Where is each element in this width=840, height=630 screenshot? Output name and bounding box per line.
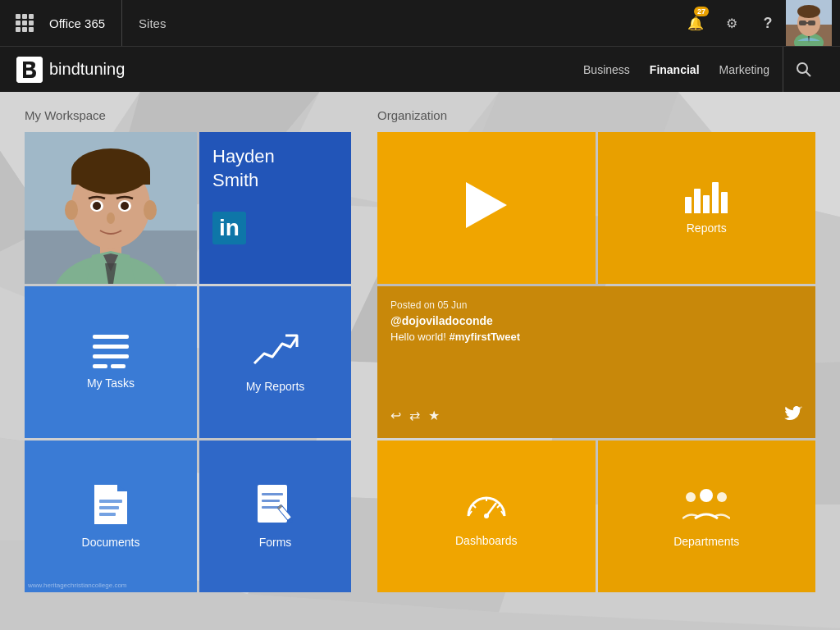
notification-button[interactable]: 🔔 27	[678, 0, 714, 46]
svg-point-70	[717, 492, 727, 502]
svg-rect-56	[262, 500, 280, 502]
favorite-icon[interactable]: ★	[428, 408, 440, 423]
svg-point-41	[65, 200, 78, 220]
reply-icon[interactable]: ↩	[390, 408, 401, 423]
help-button[interactable]: ?	[750, 0, 786, 46]
app-title[interactable]: Office 365	[41, 0, 122, 46]
forms-label: Forms	[259, 536, 292, 549]
user-avatar-top[interactable]	[786, 0, 832, 46]
svg-rect-6	[808, 21, 815, 25]
svg-line-11	[806, 71, 810, 76]
svg-rect-55	[262, 493, 283, 495]
brand-nav: Business Financial Marketing	[583, 63, 769, 76]
svg-point-4	[797, 5, 820, 18]
analytics-tile[interactable]: Reports	[598, 132, 816, 284]
search-button[interactable]	[783, 47, 824, 93]
user-name: HaydenSmith	[212, 145, 275, 192]
svg-point-69	[686, 492, 696, 502]
top-bar: Office 365 Sites 🔔 27 ⚙ ?	[0, 0, 840, 46]
tasks-label: My Tasks	[87, 377, 135, 390]
svg-point-67	[484, 514, 489, 518]
workspace-label: My Workspace	[25, 108, 353, 122]
gear-icon: ⚙	[726, 16, 737, 31]
svg-point-68	[700, 489, 713, 502]
main-content: My Workspace	[0, 92, 840, 630]
nav-marketing[interactable]: Marketing	[719, 63, 769, 76]
dashboards-tile[interactable]: Dashboards	[377, 441, 596, 592]
workspace-grid: HaydenSmith in My Tasks	[25, 132, 353, 592]
nav-financial[interactable]: Financial	[650, 63, 700, 76]
svg-point-10	[797, 63, 807, 73]
bell-icon: 🔔	[687, 16, 704, 31]
grid-menu-button[interactable]	[8, 0, 41, 46]
tweet-date: Posted on 05 Jun	[390, 299, 467, 311]
svg-rect-53	[99, 513, 116, 516]
brand-name: bindtuning	[49, 60, 125, 79]
twitter-icon	[784, 406, 802, 425]
my-reports-label: My Reports	[246, 380, 305, 393]
play-icon	[466, 182, 507, 228]
user-info-tile[interactable]: HaydenSmith in	[199, 132, 351, 284]
svg-line-66	[486, 503, 496, 516]
question-icon: ?	[764, 15, 773, 32]
document-icon	[94, 485, 127, 527]
tasks-icon	[93, 335, 129, 368]
organization-label: Organization	[377, 108, 815, 122]
my-reports-tile[interactable]: My Reports	[199, 286, 351, 438]
departments-label: Departments	[673, 535, 739, 548]
people-icon	[682, 486, 730, 527]
documents-tile[interactable]: Documents www.heritagechristiancollege.c…	[25, 441, 197, 592]
tweet-body: Hello world! #myfirstTweet	[390, 331, 520, 343]
svg-rect-51	[99, 500, 122, 503]
logo-icon	[16, 57, 43, 83]
svg-rect-40	[71, 171, 150, 185]
bar-chart-icon	[685, 182, 728, 213]
departments-tile[interactable]: Departments	[598, 441, 816, 592]
user-photo-tile[interactable]	[25, 132, 197, 284]
documents-label: Documents	[82, 536, 140, 549]
tweet-handle: @dojoviladoconde	[390, 314, 493, 327]
forms-tile[interactable]: Forms	[199, 441, 351, 592]
tweet-actions: ↩ ⇄ ★	[390, 406, 802, 425]
svg-line-65	[497, 504, 500, 508]
organization-column: Organization Reports	[377, 108, 815, 592]
speedometer-icon	[465, 486, 508, 526]
svg-point-47	[107, 212, 115, 224]
settings-button[interactable]: ⚙	[714, 0, 750, 46]
workspace-column: My Workspace	[25, 108, 353, 592]
trend-icon	[253, 332, 299, 372]
svg-rect-5	[799, 21, 806, 25]
svg-point-42	[144, 200, 157, 220]
watermark: www.heritagechristiancollege.com	[28, 582, 127, 589]
svg-rect-54	[258, 485, 287, 523]
brand-logo[interactable]: bindtuning	[16, 57, 125, 83]
linkedin-icon[interactable]: in	[212, 212, 246, 244]
organization-grid: Reports Posted on 05 Jun @dojoviladocond…	[377, 132, 815, 592]
forms-icon	[258, 485, 294, 527]
tweet-tile[interactable]: Posted on 05 Jun @dojoviladoconde Hello …	[377, 286, 815, 438]
svg-marker-50	[117, 485, 127, 491]
svg-rect-52	[99, 506, 119, 509]
sites-link[interactable]: Sites	[122, 0, 182, 46]
notification-badge: 27	[694, 7, 709, 16]
video-tile[interactable]	[377, 132, 596, 284]
svg-point-45	[93, 202, 101, 210]
content-area: My Workspace	[0, 92, 840, 609]
tasks-tile[interactable]: My Tasks	[25, 286, 197, 438]
retweet-icon[interactable]: ⇄	[409, 408, 420, 423]
reports-label: Reports	[687, 221, 727, 235]
nav-business[interactable]: Business	[583, 63, 630, 76]
brand-bar: bindtuning Business Financial Marketing	[0, 46, 840, 92]
svg-point-46	[121, 202, 129, 210]
dashboards-label: Dashboards	[455, 534, 518, 547]
svg-line-64	[472, 504, 476, 508]
